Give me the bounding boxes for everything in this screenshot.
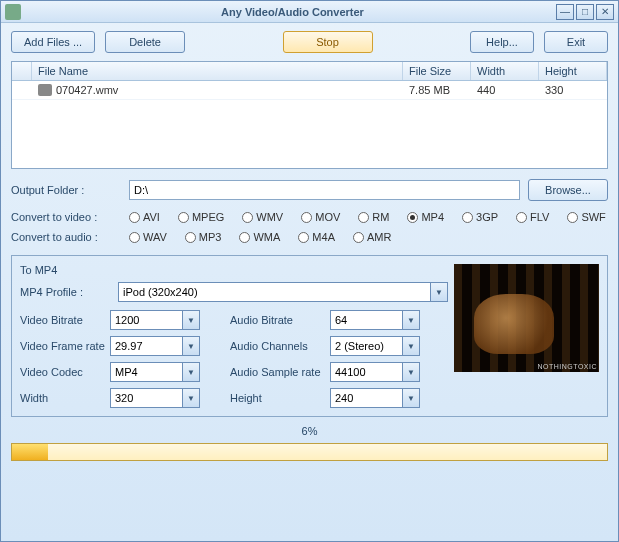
help-button[interactable]: Help... — [470, 31, 534, 53]
chevron-down-icon[interactable]: ▼ — [182, 362, 200, 382]
grid-header-width[interactable]: Width — [471, 62, 539, 80]
width-combo[interactable]: ▼ — [110, 388, 200, 408]
profile-label: MP4 Profile : — [20, 286, 110, 298]
progress-fill — [12, 444, 48, 460]
asample-input[interactable] — [330, 362, 402, 382]
audio-radio-m4a[interactable]: M4A — [298, 231, 335, 243]
chevron-down-icon[interactable]: ▼ — [182, 310, 200, 330]
width-label: Width — [20, 392, 110, 404]
radio-circle-icon — [242, 212, 253, 223]
file-grid: File Name File Size Width Height 070427.… — [11, 61, 608, 169]
chevron-down-icon[interactable]: ▼ — [430, 282, 448, 302]
delete-button[interactable]: Delete — [105, 31, 185, 53]
settings-title: To MP4 — [20, 264, 449, 276]
video-radio-rm[interactable]: RM — [358, 211, 389, 223]
achannels-input[interactable] — [330, 336, 402, 356]
video-radio-wmv[interactable]: WMV — [242, 211, 283, 223]
maximize-button[interactable]: □ — [576, 4, 594, 20]
radio-label: MPEG — [192, 211, 224, 223]
radio-circle-icon — [567, 212, 578, 223]
window-buttons: — □ ✕ — [556, 4, 614, 20]
app-icon — [5, 4, 21, 20]
abitrate-combo[interactable]: ▼ — [330, 310, 420, 330]
video-file-icon — [38, 84, 52, 96]
grid-header-check[interactable] — [12, 62, 32, 80]
chevron-down-icon[interactable]: ▼ — [402, 336, 420, 356]
chevron-down-icon[interactable]: ▼ — [402, 310, 420, 330]
radio-label: FLV — [530, 211, 549, 223]
settings-left: To MP4 MP4 Profile : ▼ Video Bitrate ▼ A… — [20, 264, 449, 408]
video-radio-3gp[interactable]: 3GP — [462, 211, 498, 223]
audio-radio-mp3[interactable]: MP3 — [185, 231, 222, 243]
settings-grid: Video Bitrate ▼ Audio Bitrate ▼ Video Fr… — [20, 310, 449, 408]
radio-label: WAV — [143, 231, 167, 243]
achannels-label: Audio Channels — [230, 340, 330, 352]
video-radio-flv[interactable]: FLV — [516, 211, 549, 223]
audio-format-radios: WAVMP3WMAM4AAMR — [129, 231, 391, 243]
chevron-down-icon[interactable]: ▼ — [182, 388, 200, 408]
profile-combo[interactable]: ▼ — [118, 282, 448, 302]
abitrate-input[interactable] — [330, 310, 402, 330]
minimize-button[interactable]: — — [556, 4, 574, 20]
row-check[interactable] — [12, 81, 32, 99]
audio-radio-wma[interactable]: WMA — [239, 231, 280, 243]
grid-header-height[interactable]: Height — [539, 62, 607, 80]
height-input[interactable] — [330, 388, 402, 408]
video-radio-swf[interactable]: SWF — [567, 211, 605, 223]
height-combo[interactable]: ▼ — [330, 388, 420, 408]
grid-header-size[interactable]: File Size — [403, 62, 471, 80]
chevron-down-icon[interactable]: ▼ — [402, 362, 420, 382]
table-row[interactable]: 070427.wmv 7.85 MB 440 330 — [12, 81, 607, 100]
vbitrate-combo[interactable]: ▼ — [110, 310, 200, 330]
radio-circle-icon — [185, 232, 196, 243]
asample-combo[interactable]: ▼ — [330, 362, 420, 382]
exit-button[interactable]: Exit — [544, 31, 608, 53]
asample-label: Audio Sample rate — [230, 366, 330, 378]
audio-format-label: Convert to audio : — [11, 231, 121, 243]
width-input[interactable] — [110, 388, 182, 408]
vcodec-combo[interactable]: ▼ — [110, 362, 200, 382]
radio-label: MOV — [315, 211, 340, 223]
row-filename-text: 070427.wmv — [56, 84, 118, 96]
video-radio-mpeg[interactable]: MPEG — [178, 211, 224, 223]
output-folder-input[interactable] — [129, 180, 520, 200]
video-radio-mov[interactable]: MOV — [301, 211, 340, 223]
progress-bar — [11, 443, 608, 461]
progress-percent-text: 6% — [1, 421, 618, 439]
radio-label: MP4 — [421, 211, 444, 223]
video-preview: NOTHINGTOXIC — [454, 264, 599, 372]
add-files-button[interactable]: Add Files ... — [11, 31, 95, 53]
audio-format-row: Convert to audio : WAVMP3WMAM4AAMR — [1, 227, 618, 247]
row-height: 330 — [539, 81, 607, 99]
vbitrate-input[interactable] — [110, 310, 182, 330]
stop-button[interactable]: Stop — [283, 31, 373, 53]
row-width: 440 — [471, 81, 539, 99]
radio-circle-icon — [298, 232, 309, 243]
browse-button[interactable]: Browse... — [528, 179, 608, 201]
app-window: Any Video/Audio Converter — □ ✕ Add File… — [0, 0, 619, 542]
output-folder-label: Output Folder : — [11, 184, 121, 196]
radio-circle-icon — [178, 212, 189, 223]
audio-radio-wav[interactable]: WAV — [129, 231, 167, 243]
vcodec-input[interactable] — [110, 362, 182, 382]
grid-header-name[interactable]: File Name — [32, 62, 403, 80]
radio-label: AMR — [367, 231, 391, 243]
radio-label: M4A — [312, 231, 335, 243]
radio-label: MP3 — [199, 231, 222, 243]
vframerate-combo[interactable]: ▼ — [110, 336, 200, 356]
row-filename: 070427.wmv — [32, 81, 403, 99]
video-radio-mp4[interactable]: MP4 — [407, 211, 444, 223]
chevron-down-icon[interactable]: ▼ — [402, 388, 420, 408]
achannels-combo[interactable]: ▼ — [330, 336, 420, 356]
audio-radio-amr[interactable]: AMR — [353, 231, 391, 243]
vframerate-input[interactable] — [110, 336, 182, 356]
video-radio-avi[interactable]: AVI — [129, 211, 160, 223]
window-title: Any Video/Audio Converter — [29, 6, 556, 18]
chevron-down-icon[interactable]: ▼ — [182, 336, 200, 356]
radio-label: AVI — [143, 211, 160, 223]
video-format-label: Convert to video : — [11, 211, 121, 223]
radio-label: WMA — [253, 231, 280, 243]
profile-input[interactable] — [118, 282, 430, 302]
radio-circle-icon — [358, 212, 369, 223]
close-button[interactable]: ✕ — [596, 4, 614, 20]
